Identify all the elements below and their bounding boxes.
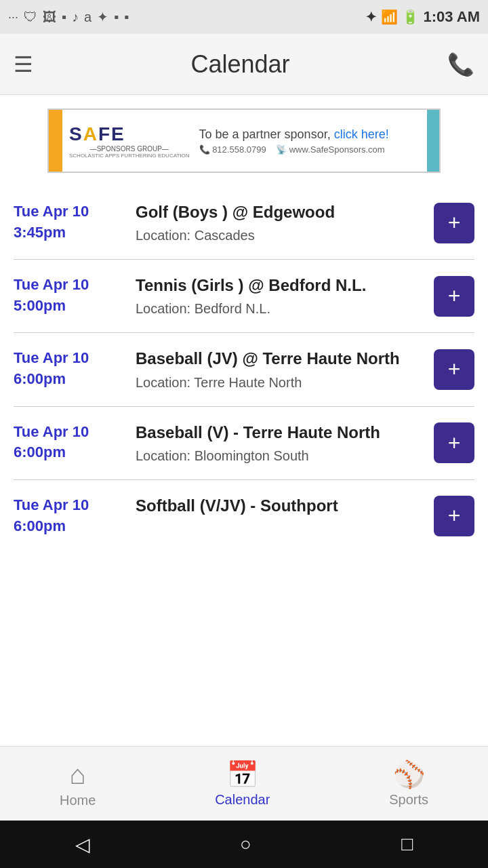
recents-button[interactable]: □ — [401, 833, 413, 855]
event-date: Tue Apr 10 — [14, 201, 129, 222]
event-time: 6:00pm — [14, 369, 129, 390]
shield-icon: 🛡 — [24, 9, 37, 25]
plus-icon: + — [448, 503, 461, 528]
event-location: Location: Cascades — [136, 226, 427, 244]
banner-contact: 📞 812.558.0799 📡 www.SafeSponsors.com — [199, 144, 420, 155]
nav-item-home[interactable]: ⌂ Home — [60, 760, 96, 808]
table-row: Tue Apr 10 3:45pm Golf (Boys ) @ Edgewoo… — [14, 186, 474, 260]
event-location: Location: Bedford N.L. — [136, 300, 427, 317]
square3-icon: ▪ — [124, 9, 129, 25]
event-details: Tennis (Girls ) @ Bedford N.L. Location:… — [129, 275, 434, 317]
event-location: Location: Terre Haute North — [136, 374, 427, 391]
event-date: Tue Apr 10 — [14, 348, 129, 369]
event-time: 3:45pm — [14, 222, 129, 243]
event-details: Softball (V/JV) - Southport — [129, 495, 434, 516]
banner-container: SAFE —SPONSORS GROUP— SCHOLASTIC APPS FU… — [0, 95, 488, 186]
event-title: Baseball (V) - Terre Haute North — [136, 422, 427, 443]
nav-label-calendar: Calendar — [215, 792, 270, 808]
table-row: Tue Apr 10 6:00pm Baseball (V) - Terre H… — [14, 407, 474, 480]
bluetooth-icon: ✦ — [365, 9, 377, 25]
event-list: Tue Apr 10 3:45pm Golf (Boys ) @ Edgewoo… — [0, 186, 488, 646]
page-title: Calendar — [190, 50, 289, 79]
nav-label-sports: Sports — [389, 792, 428, 808]
status-bar-left: ··· 🛡 🖼 ▪ ♪ a ✦ ▪ ▪ — [8, 9, 129, 25]
plus-icon: + — [448, 431, 461, 456]
home-button[interactable]: ○ — [240, 833, 251, 855]
nav-item-sports[interactable]: ⚾ Sports — [389, 760, 428, 808]
add-event-button[interactable]: + — [434, 349, 474, 390]
plus-icon: + — [448, 357, 461, 382]
battery-icon: 🔋 — [402, 9, 419, 25]
banner-logo-sub: —SPONSORS GROUP— — [69, 145, 190, 153]
banner-content: SAFE —SPONSORS GROUP— SCHOLASTIC APPS FU… — [62, 118, 427, 164]
banner-logo-area: SAFE —SPONSORS GROUP— SCHOLASTIC APPS FU… — [69, 123, 190, 159]
banner-logo-desc: SCHOLASTIC APPS FURTHERING EDUCATION — [69, 153, 190, 159]
event-time: 6:00pm — [14, 516, 129, 537]
app-bar: ☰ Calendar 📞 — [0, 34, 488, 95]
event-time: 6:00pm — [14, 442, 129, 463]
event-date: Tue Apr 10 — [14, 275, 129, 296]
bottom-nav: ⌂ Home 📅 Calendar ⚾ Sports — [0, 746, 488, 821]
square2-icon: ▪ — [114, 9, 119, 25]
banner-logo-text: SAFE — [69, 123, 190, 145]
event-title: Tennis (Girls ) @ Bedford N.L. — [136, 275, 427, 296]
banner-right-stripe — [427, 110, 439, 172]
event-details: Baseball (V) - Terre Haute North Locatio… — [129, 422, 434, 465]
banner-tagline: To be a partner sponsor, click here! — [199, 127, 420, 142]
image-icon: 🖼 — [43, 9, 56, 25]
status-bar-right: ✦ 📶 🔋 1:03 AM — [365, 8, 480, 26]
table-row: Tue Apr 10 6:00pm Softball (V/JV) - Sout… — [14, 480, 474, 552]
notification-dots-icon: ··· — [8, 10, 18, 24]
add-event-button[interactable]: + — [434, 203, 474, 243]
android-nav-bar: ◁ ○ □ — [0, 821, 488, 868]
banner-left-stripe — [49, 110, 62, 172]
event-date: Tue Apr 10 — [14, 422, 129, 443]
calendar-icon: 📅 — [226, 760, 258, 789]
amazon-icon: a — [84, 9, 92, 25]
music-icon: ♪ — [72, 9, 79, 25]
banner-link[interactable]: click here! — [334, 127, 389, 141]
event-title: Baseball (JV) @ Terre Haute North — [136, 348, 427, 369]
plus-icon: + — [448, 283, 461, 309]
event-datetime: Tue Apr 10 6:00pm — [14, 348, 129, 390]
back-button[interactable]: ◁ — [75, 833, 90, 856]
event-details: Golf (Boys ) @ Edgewood Location: Cascad… — [129, 201, 434, 244]
event-title: Golf (Boys ) @ Edgewood — [136, 201, 427, 222]
wifi-icon: 📶 — [381, 9, 398, 25]
event-date: Tue Apr 10 — [14, 495, 129, 516]
banner-ad[interactable]: SAFE —SPONSORS GROUP— SCHOLASTIC APPS FU… — [47, 108, 441, 173]
menu-button[interactable]: ☰ — [14, 52, 33, 77]
banner-text-area: To be a partner sponsor, click here! 📞 8… — [199, 127, 420, 155]
table-row: Tue Apr 10 6:00pm Baseball (JV) @ Terre … — [14, 333, 474, 406]
add-event-button[interactable]: + — [434, 496, 474, 536]
clock: 1:03 AM — [423, 8, 480, 26]
nav-icon: ✦ — [97, 9, 108, 25]
square-icon: ▪ — [62, 9, 66, 25]
event-time: 5:00pm — [14, 296, 129, 317]
nav-item-calendar[interactable]: 📅 Calendar — [215, 760, 270, 808]
sports-icon: ⚾ — [393, 760, 425, 789]
table-row: Tue Apr 10 5:00pm Tennis (Girls ) @ Bedf… — [14, 260, 474, 333]
event-details: Baseball (JV) @ Terre Haute North Locati… — [129, 348, 434, 391]
event-datetime: Tue Apr 10 6:00pm — [14, 495, 129, 537]
event-datetime: Tue Apr 10 6:00pm — [14, 422, 129, 464]
event-datetime: Tue Apr 10 3:45pm — [14, 201, 129, 243]
phone-button[interactable]: 📞 — [447, 52, 474, 77]
add-event-button[interactable]: + — [434, 422, 474, 463]
nav-label-home: Home — [60, 793, 96, 808]
event-datetime: Tue Apr 10 5:00pm — [14, 275, 129, 317]
event-location: Location: Bloomington South — [136, 447, 427, 465]
home-icon: ⌂ — [70, 760, 86, 790]
add-event-button[interactable]: + — [434, 276, 474, 317]
plus-icon: + — [448, 210, 461, 235]
event-title: Softball (V/JV) - Southport — [136, 495, 427, 516]
status-bar: ··· 🛡 🖼 ▪ ♪ a ✦ ▪ ▪ ✦ 📶 🔋 1:03 AM — [0, 0, 488, 34]
